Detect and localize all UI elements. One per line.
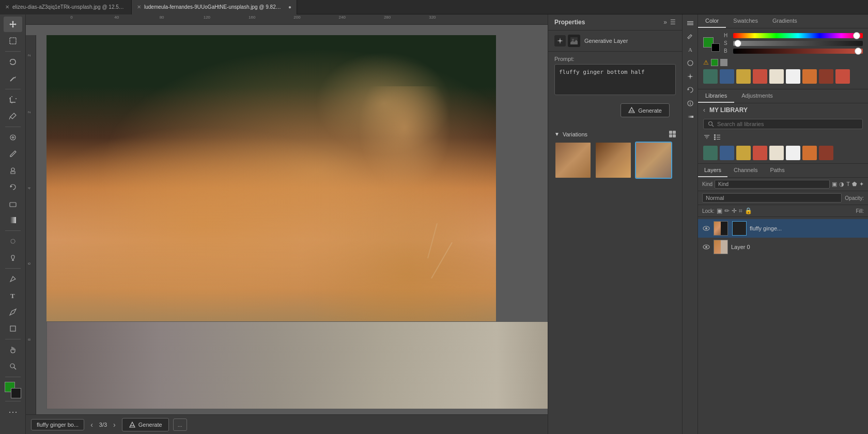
fg-bg-color-indicator[interactable] — [5, 382, 21, 398]
color-swatch-1[interactable] — [703, 69, 718, 84]
lib-swatch-7[interactable] — [802, 146, 817, 160]
layers-tab-channels[interactable]: Channels — [727, 164, 764, 177]
wand-tool[interactable] — [4, 71, 22, 86]
right-tool-mask[interactable] — [684, 57, 696, 69]
variation-thumb-1[interactable] — [554, 142, 592, 179]
color-tab-color[interactable]: Color — [698, 14, 726, 28]
color-webgamut-swatch[interactable] — [720, 59, 727, 66]
layer-item-layer0[interactable]: Layer 0 — [698, 238, 868, 256]
blur-tool[interactable] — [4, 234, 22, 249]
filter-adj-icon[interactable]: ◑ — [839, 181, 844, 188]
properties-expand-icon[interactable]: » — [663, 19, 667, 26]
eraser-tool[interactable] — [4, 196, 22, 211]
eyedropper-tool[interactable] — [4, 109, 22, 124]
properties-menu-icon[interactable]: ☰ — [670, 19, 676, 26]
zoom-tool[interactable] — [4, 359, 22, 374]
right-tool-arrange[interactable] — [684, 17, 696, 29]
variation-thumb-2[interactable] — [595, 142, 632, 179]
filter-smart-icon[interactable]: ✦ — [859, 181, 864, 188]
lib-swatch-2[interactable] — [720, 146, 734, 160]
filter-kind-dropdown[interactable]: Kind — [715, 180, 830, 189]
history-brush-tool[interactable] — [4, 179, 22, 195]
h-slider[interactable] — [733, 33, 863, 38]
filter-type-icon[interactable]: T — [846, 181, 850, 188]
variations-chevron[interactable]: ▼ — [554, 131, 560, 137]
right-tool-type[interactable]: A — [684, 43, 696, 56]
prompt-input[interactable]: fluffy ginger bottom half — [554, 64, 676, 95]
layers-tab-paths[interactable]: Paths — [764, 164, 791, 177]
marquee-tool[interactable] — [4, 33, 22, 49]
color-bg-swatch[interactable] — [711, 43, 720, 52]
color-swatch-8[interactable] — [819, 69, 833, 84]
lock-all-icon[interactable]: 🔒 — [745, 207, 752, 214]
variations-grid-icon[interactable] — [669, 131, 676, 137]
color-tab-gradients[interactable]: Gradients — [765, 14, 804, 28]
move-tool[interactable] — [4, 17, 22, 32]
layer-eye-layer0[interactable] — [702, 243, 710, 251]
brush-tool[interactable] — [4, 146, 22, 162]
extra-tools[interactable]: ⋯ — [4, 404, 22, 420]
lib-swatch-6[interactable] — [786, 146, 800, 160]
lib-list-icon[interactable] — [714, 133, 721, 141]
type-tool[interactable]: T — [4, 288, 22, 303]
layer-eye-fluffy[interactable] — [702, 224, 710, 233]
right-tool-info[interactable] — [684, 97, 696, 110]
shape-tool[interactable] — [4, 321, 22, 336]
lib-swatch-8[interactable] — [819, 146, 833, 160]
blend-mode-dropdown[interactable]: Normal Multiply Screen Overlay — [702, 193, 842, 203]
layer-item-fluffy-ginger[interactable]: fluffy ginge... — [698, 219, 868, 238]
spot-heal-tool[interactable] — [4, 130, 22, 145]
lock-transparency-icon[interactable]: ▣ — [717, 207, 722, 214]
lib-swatch-1[interactable] — [703, 146, 718, 160]
s-slider[interactable] — [733, 41, 863, 46]
b-slider[interactable] — [733, 49, 863, 54]
lib-filter-icon[interactable] — [703, 133, 710, 141]
generate-btn[interactable]: Generate — [621, 103, 670, 117]
lock-paint-icon[interactable]: ✏ — [724, 207, 730, 214]
tab-2-close[interactable]: ✕ — [137, 4, 141, 10]
lib-swatch-4[interactable] — [753, 146, 767, 160]
color-swatch-3[interactable] — [736, 69, 751, 84]
color-swatch-9[interactable] — [835, 69, 850, 84]
tab-2[interactable]: ✕ ludemeula-fernandes-9UUoGaHtNE-unsplas… — [132, 0, 297, 14]
variation-thumb-3[interactable] — [635, 142, 672, 179]
tab-1[interactable]: ✕ elizeu-dias-aZ3qiq1eTRk-unsplash.jpg @… — [0, 0, 132, 14]
lib-swatch-5[interactable] — [769, 146, 784, 160]
right-tool-edit[interactable] — [684, 30, 696, 42]
hand-tool[interactable] — [4, 342, 22, 358]
color-tab-swatches[interactable]: Swatches — [726, 14, 765, 28]
path-select-tool[interactable] — [4, 304, 22, 320]
lib-swatch-3[interactable] — [736, 146, 751, 160]
pen-tool[interactable] — [4, 271, 22, 287]
lib-tab-libraries[interactable]: Libraries — [698, 89, 734, 103]
filter-shape-icon[interactable]: ⬟ — [852, 181, 857, 188]
color-swatch-5[interactable] — [769, 69, 784, 84]
color-fg-bg-swatches[interactable] — [703, 37, 720, 52]
lock-artboard-icon[interactable]: ⌗ — [739, 207, 742, 214]
lasso-tool[interactable] — [4, 54, 22, 70]
dodge-tool[interactable] — [4, 250, 22, 266]
lib-back-btn[interactable]: ‹ — [703, 106, 705, 114]
generate-bottom-btn[interactable]: Generate — [122, 418, 169, 431]
lib-search-input[interactable] — [717, 121, 858, 127]
next-variation-btn[interactable]: › — [111, 420, 118, 430]
gradient-tool[interactable] — [4, 212, 22, 228]
color-swatch-4[interactable] — [753, 69, 767, 84]
background-color[interactable] — [11, 388, 21, 398]
filter-pixel-icon[interactable]: ▣ — [832, 181, 837, 188]
color-swatch-2[interactable] — [720, 69, 734, 84]
stamp-tool[interactable] — [4, 163, 22, 178]
color-swatch-7[interactable] — [802, 69, 817, 84]
prev-variation-btn[interactable]: ‹ — [88, 420, 95, 430]
more-options-btn[interactable]: ... — [173, 419, 187, 431]
lib-tab-adjustments[interactable]: Adjustments — [734, 89, 780, 103]
right-tool-ai[interactable] — [684, 70, 696, 83]
layers-tab-layers[interactable]: Layers — [698, 164, 727, 177]
color-gamut-swatch[interactable] — [711, 59, 718, 66]
tab-1-close[interactable]: ✕ — [5, 4, 9, 10]
right-tool-history[interactable] — [684, 84, 696, 96]
crop-tool[interactable] — [4, 92, 22, 107]
color-swatch-6[interactable] — [786, 69, 800, 84]
lock-position-icon[interactable]: ✛ — [732, 207, 737, 214]
right-tool-gradient-map[interactable] — [684, 111, 696, 123]
